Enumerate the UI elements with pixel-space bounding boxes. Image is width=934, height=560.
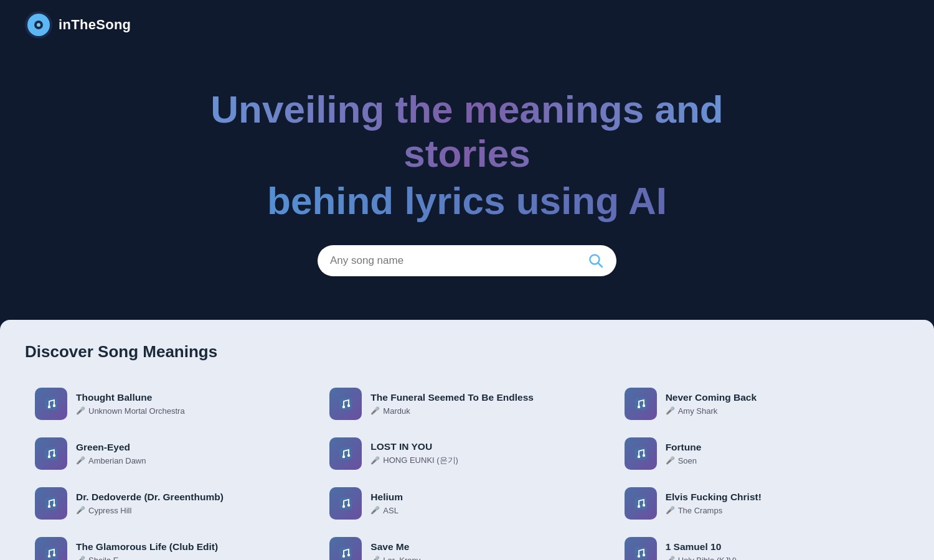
song-item[interactable]: 1 Samuel 10 🎤 Holy Bible (KJV)	[615, 528, 909, 560]
music-note-icon	[632, 544, 649, 560]
svg-point-23	[642, 454, 644, 457]
song-item[interactable]: Elvis Fucking Christ! 🎤 The Cramps	[615, 478, 909, 528]
hero-line1: Unveiling the meanings and	[12, 87, 922, 131]
song-thumbnail	[329, 437, 362, 470]
music-note-icon	[42, 544, 60, 560]
svg-rect-12	[634, 398, 647, 410]
header: inTheSong	[0, 0, 934, 50]
logo-icon	[25, 11, 52, 39]
svg-rect-39	[634, 547, 647, 559]
search-input[interactable]	[330, 254, 582, 267]
song-item[interactable]: The Glamorous Life (Club Edit) 🎤 Sheila …	[25, 528, 319, 560]
song-artist: 🎤 Sheila E.	[76, 556, 218, 560]
song-item[interactable]: The Funeral Seemed To Be Endless 🎤 Mardu…	[319, 379, 614, 429]
microphone-icon: 🎤	[666, 506, 675, 515]
song-name: Fortune	[666, 442, 702, 454]
song-name: 1 Samuel 10	[666, 541, 737, 553]
svg-point-8	[53, 404, 55, 407]
music-note-icon	[632, 395, 649, 413]
artist-name: The Cramps	[678, 506, 723, 515]
artist-name: Lor_Kreny	[383, 556, 420, 560]
artist-name: Sheila E.	[88, 556, 121, 560]
song-name: Green-Eyed	[76, 442, 146, 454]
song-item[interactable]: Dr. Dedoverde (Dr. Greenthumb) 🎤 Cypress…	[25, 478, 319, 528]
svg-point-16	[48, 455, 50, 458]
search-icon	[588, 253, 604, 269]
artist-name: Amy Shark	[678, 406, 718, 416]
svg-point-14	[642, 404, 644, 407]
song-info: Never Coming Back 🎤 Amy Shark	[666, 392, 757, 416]
song-info: Green-Eyed 🎤 Amberian Dawn	[76, 442, 146, 465]
song-info: The Glamorous Life (Club Edit) 🎤 Sheila …	[76, 541, 218, 560]
svg-point-11	[347, 404, 350, 407]
song-name: Save Me	[370, 541, 420, 553]
svg-point-10	[342, 406, 345, 408]
svg-point-20	[347, 454, 350, 457]
search-button[interactable]	[588, 253, 604, 269]
svg-point-40	[637, 555, 639, 558]
song-artist: 🎤 Cypress Hill	[76, 506, 224, 515]
song-item[interactable]: Green-Eyed 🎤 Amberian Dawn	[25, 429, 319, 478]
song-thumbnail	[329, 487, 362, 520]
song-artist: 🎤 Amy Shark	[666, 406, 757, 416]
song-thumbnail	[625, 537, 657, 560]
song-artist: 🎤 The Cramps	[666, 506, 762, 515]
song-item[interactable]: Thought Ballune 🎤 Unknown Mortal Orchest…	[25, 379, 319, 429]
svg-rect-36	[339, 547, 352, 559]
microphone-icon: 🎤	[666, 556, 675, 560]
svg-point-19	[342, 455, 345, 458]
svg-rect-18	[339, 447, 352, 460]
song-artist: 🎤 Marduk	[370, 406, 534, 416]
svg-point-41	[642, 554, 644, 556]
song-artist: 🎤 HONG EUNKI (은기)	[370, 455, 458, 466]
microphone-icon: 🎤	[370, 556, 380, 560]
song-info: Helium 🎤 ASL	[370, 492, 403, 515]
song-item[interactable]: Save Me 🎤 Lor_Kreny	[319, 528, 614, 560]
hero-line2: stories	[12, 131, 922, 175]
svg-point-13	[637, 406, 639, 408]
song-info: Thought Ballune 🎤 Unknown Mortal Orchest…	[76, 392, 185, 416]
song-thumbnail	[35, 437, 67, 470]
song-name: The Glamorous Life (Club Edit)	[76, 541, 218, 553]
music-note-icon	[42, 395, 60, 413]
microphone-icon: 🎤	[76, 556, 85, 560]
svg-point-25	[48, 505, 50, 508]
song-info: Dr. Dedoverde (Dr. Greenthumb) 🎤 Cypress…	[76, 492, 224, 515]
music-note-icon	[337, 495, 354, 512]
song-item[interactable]: Helium 🎤 ASL	[319, 478, 614, 528]
song-thumbnail	[625, 437, 657, 470]
microphone-icon: 🎤	[76, 506, 85, 515]
song-artist: 🎤 Soen	[666, 456, 702, 465]
svg-rect-27	[339, 497, 352, 510]
song-info: 1 Samuel 10 🎤 Holy Bible (KJV)	[666, 541, 737, 560]
music-note-icon	[337, 395, 354, 413]
song-artist: 🎤 Holy Bible (KJV)	[666, 556, 737, 560]
svg-point-17	[53, 454, 55, 457]
logo-text: inTheSong	[59, 17, 131, 33]
song-artist: 🎤 Lor_Kreny	[370, 556, 420, 560]
svg-point-3	[37, 23, 40, 27]
song-name: Thought Ballune	[76, 392, 185, 404]
song-name: Helium	[370, 492, 403, 503]
song-item[interactable]: Never Coming Back 🎤 Amy Shark	[615, 379, 909, 429]
artist-name: Amberian Dawn	[88, 456, 146, 465]
svg-point-29	[347, 504, 350, 506]
discover-section: Discover Song Meanings Thought Ballune	[0, 320, 934, 560]
svg-point-28	[342, 505, 345, 508]
svg-point-7	[48, 406, 50, 408]
svg-point-37	[342, 555, 345, 558]
song-item[interactable]: Fortune 🎤 Soen	[615, 429, 909, 478]
svg-rect-15	[45, 447, 57, 460]
artist-name: ASL	[383, 506, 399, 515]
svg-rect-33	[45, 547, 57, 559]
microphone-icon: 🎤	[370, 406, 380, 415]
song-thumbnail	[35, 487, 67, 520]
song-item[interactable]: LOST IN YOU 🎤 HONG EUNKI (은기)	[319, 429, 614, 478]
logo[interactable]: inTheSong	[25, 11, 131, 39]
song-artist: 🎤 ASL	[370, 506, 403, 515]
song-thumbnail	[35, 388, 67, 420]
song-grid: Thought Ballune 🎤 Unknown Mortal Orchest…	[25, 379, 909, 560]
artist-name: Unknown Mortal Orchestra	[88, 406, 185, 416]
svg-rect-24	[45, 497, 57, 510]
microphone-icon: 🎤	[370, 506, 380, 515]
